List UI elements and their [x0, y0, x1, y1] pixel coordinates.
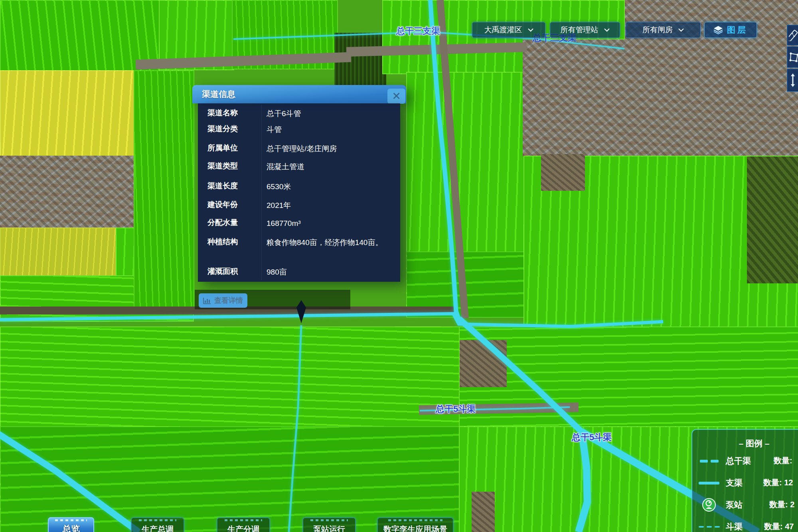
- view-details-button[interactable]: 查看详情: [199, 293, 247, 308]
- info-row-value: 总干6斗管: [267, 108, 393, 119]
- canal-horizontal: [0, 314, 663, 326]
- polygon-measure-icon: [789, 51, 798, 63]
- canal-map-label: 总干5斗渠: [436, 403, 476, 415]
- station-dropdown[interactable]: 所有管理站: [550, 22, 620, 38]
- chevron-down-icon: [678, 28, 684, 32]
- tab-label: 生产总调: [142, 524, 174, 532]
- view-details-label: 查看详情: [214, 296, 243, 305]
- info-row-label: 渠道分类: [207, 124, 238, 134]
- info-row-value: 980亩: [267, 266, 393, 278]
- legend-panel: – 图例 – 总干渠 数量: 支渠 数量: 12 泵站 数量: 2 斗渠 数量:…: [691, 429, 798, 532]
- legend-title: – 图例 –: [692, 438, 798, 449]
- legend-count: 数量: 12: [763, 477, 793, 488]
- info-row-label: 建设年份: [207, 200, 238, 210]
- gate-dropdown[interactable]: 所有闸房: [626, 22, 701, 38]
- region-dropdown[interactable]: 大禹渡灌区: [472, 22, 545, 38]
- station-dropdown-value: 所有管理站: [561, 25, 598, 35]
- info-row-label: 所属单位: [207, 143, 238, 153]
- legend-row: 总干渠 数量:: [692, 454, 798, 468]
- layers-button-label: 图层: [727, 24, 748, 36]
- tab-notch-decoration: [388, 519, 442, 521]
- close-icon[interactable]: ✕: [387, 89, 405, 104]
- tab-label: 总览: [62, 523, 80, 532]
- info-row-value: 粮食作物840亩，经济作物140亩。: [267, 237, 393, 248]
- legend-row: 支渠 数量: 12: [692, 476, 798, 490]
- tab-label: 数字孪生应用场景: [383, 524, 447, 532]
- legend-label: 总干渠: [726, 455, 751, 467]
- canal-branch-down: [579, 432, 587, 532]
- canal-map-label: 总干5斗渠: [572, 431, 612, 443]
- info-row-label: 渠道名称: [207, 108, 238, 118]
- tab-production-dispatch[interactable]: 生产总调: [131, 517, 184, 532]
- info-row-label: 分配水量: [207, 218, 238, 228]
- info-row-label: 渠道长度: [207, 181, 238, 191]
- info-row-value: 2021年: [267, 200, 393, 211]
- canal-map-label: 总干三支渠: [396, 25, 440, 37]
- tab-notch-decoration: [225, 519, 262, 521]
- info-panel-footer-bar: 查看详情: [195, 290, 350, 309]
- chevron-down-icon: [604, 28, 610, 32]
- tab-notch-decoration: [55, 519, 87, 521]
- legend-label: 泵站: [726, 499, 743, 510]
- info-row-label: 渠道类型: [207, 161, 238, 171]
- info-panel-body: 渠道名称总干6斗管 渠道分类斗管 所属单位总干管理站/老庄闸房 渠道类型混凝土管…: [198, 103, 400, 282]
- canal-dou6-down: [289, 325, 301, 532]
- tab-label: 泵站运行: [313, 524, 345, 532]
- main-canal-dashed-line-icon: [697, 454, 721, 468]
- legend-label: 斗渠: [726, 521, 743, 532]
- info-row-value: 168770m³: [267, 218, 393, 229]
- panel-column-divider: [261, 105, 262, 280]
- bar-chart-icon: [203, 297, 211, 304]
- measure-area-button[interactable]: [787, 46, 798, 68]
- info-row-value: 斗管: [267, 124, 393, 135]
- info-row-label: 灌溉面积: [207, 266, 238, 277]
- info-panel-title: 渠道信息: [202, 89, 235, 100]
- legend-count: 数量: 2: [769, 499, 794, 510]
- chevron-down-icon: [528, 28, 533, 32]
- tab-overview[interactable]: 总览: [48, 517, 94, 532]
- legend-count: 数量:: [774, 455, 792, 466]
- legend-count: 数量: 47: [764, 521, 794, 532]
- info-row-value: 混凝土管道: [267, 161, 393, 172]
- tab-production-subdispatch[interactable]: 生产分调: [217, 517, 270, 532]
- info-row-value: 6530米: [267, 181, 393, 192]
- vertical-measure-icon: [789, 73, 798, 87]
- tab-notch-decoration: [139, 519, 176, 521]
- tab-pump-operation[interactable]: 泵站运行: [302, 517, 356, 532]
- measure-height-button[interactable]: [787, 69, 798, 92]
- info-row-label: 种植结构: [207, 237, 238, 247]
- info-row-value: 总干管理站/老庄闸房: [267, 143, 393, 154]
- lateral-canal-dashed-line-icon: [697, 520, 721, 532]
- layers-button[interactable]: 图层: [704, 22, 757, 38]
- info-panel-header: 渠道信息 ✕: [192, 85, 406, 103]
- tab-label: 生产分调: [227, 524, 259, 532]
- ruler-icon: [789, 29, 798, 41]
- legend-row: 斗渠 数量: 47: [692, 520, 798, 532]
- tab-notch-decoration: [310, 519, 348, 521]
- layers-icon: [713, 26, 723, 34]
- canal-main-vertical: [430, 0, 459, 319]
- gate-dropdown-value: 所有闸房: [642, 25, 673, 35]
- canal-main-diagonal: [459, 318, 582, 432]
- legend-row: 泵站 数量: 2: [692, 498, 798, 512]
- branch-canal-solid-line-icon: [697, 476, 721, 490]
- measure-distance-button[interactable]: [787, 25, 798, 45]
- tab-digital-twin-scenarios[interactable]: 数字孪生应用场景: [377, 517, 454, 532]
- pump-station-icon: [697, 498, 721, 512]
- region-dropdown-value: 大禹渡灌区: [484, 25, 522, 35]
- legend-label: 支渠: [726, 477, 743, 488]
